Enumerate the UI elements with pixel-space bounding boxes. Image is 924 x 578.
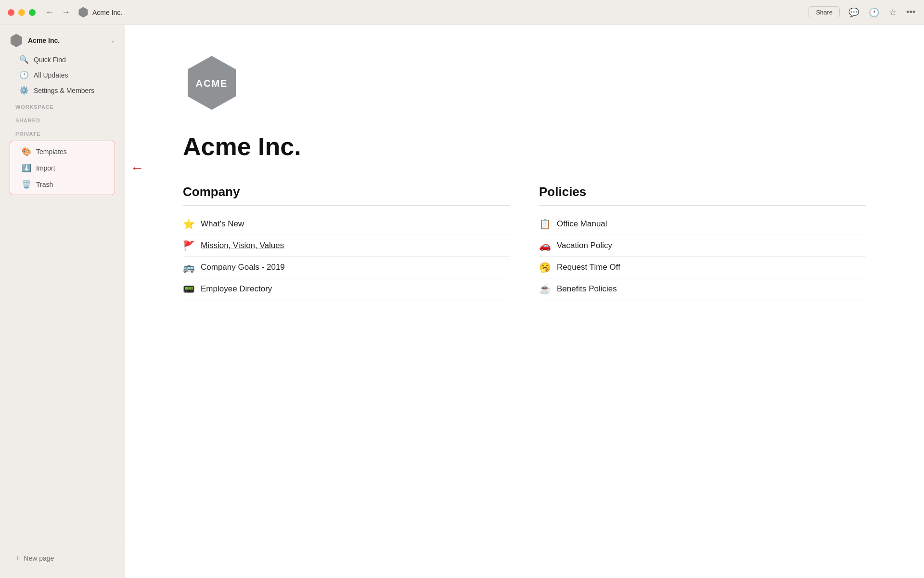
sidebar-bottom: + New page — [0, 544, 125, 572]
sidebar-item-label: Templates — [36, 148, 67, 156]
car-emoji: 🚗 — [539, 240, 551, 251]
sidebar-item-templates[interactable]: 🎨 Templates — [12, 144, 113, 159]
title-bar: ← → Acme Inc. Share 💬 🕐 ☆ ••• — [0, 0, 924, 25]
arrow-indicator: 🎨 Templates ⬇️ Import 🗑️ Trash ← — [6, 141, 119, 195]
acme-logo: ACME — [183, 54, 241, 112]
content-area: ACME Acme Inc. Company ⭐ What's New 🚩 Mi… — [125, 25, 924, 578]
sidebar-item-label: All Updates — [34, 71, 68, 79]
item-vacation-policy: Vacation Policy — [557, 241, 612, 250]
workspace-logo-icon — [10, 34, 23, 47]
sidebar-item-label: Quick Find — [34, 56, 66, 64]
forward-button[interactable]: → — [60, 6, 72, 18]
nav-buttons: ← → — [43, 6, 72, 18]
section-workspace: WORKSPACE — [6, 98, 119, 112]
search-icon: 🔍 — [19, 55, 29, 64]
title-bar-actions: Share 💬 🕐 ☆ ••• — [808, 6, 916, 19]
sidebar-item-settings[interactable]: ⚙️ Settings & Members — [10, 83, 115, 98]
main-layout: Acme Inc. ⌄ 🔍 Quick Find 🕐 All Updates ⚙… — [0, 25, 924, 578]
page-logo-container: ACME — [183, 54, 866, 114]
workspace-header[interactable]: Acme Inc. ⌄ — [6, 31, 119, 50]
traffic-lights — [8, 9, 36, 16]
trash-icon: 🗑️ — [22, 180, 31, 189]
list-item[interactable]: 🚗 Vacation Policy — [539, 235, 866, 257]
section-private: PRIVATE — [6, 125, 119, 139]
title-bar-title: Acme Inc. — [92, 9, 808, 16]
clock-icon: 🕐 — [19, 70, 29, 79]
red-arrow-indicator: ← — [130, 160, 144, 176]
workspace-icon — [78, 7, 89, 18]
item-request-time-off: Request Time Off — [557, 263, 620, 272]
sidebar-item-label: Settings & Members — [34, 87, 94, 94]
sidebar-item-all-updates[interactable]: 🕐 All Updates — [10, 67, 115, 82]
sidebar-item-import[interactable]: ⬇️ Import — [12, 160, 113, 176]
section-shared: SHARED — [6, 112, 119, 125]
chevron-down-icon: ⌄ — [110, 37, 115, 44]
content-columns: Company ⭐ What's New 🚩 Mission, Vision, … — [183, 184, 866, 300]
sidebar-item-label: Trash — [36, 181, 53, 188]
chat-icon[interactable]: 💬 — [847, 6, 860, 19]
clipboard-emoji: 📋 — [539, 218, 551, 230]
company-heading: Company — [183, 184, 510, 206]
minimize-button[interactable] — [18, 9, 25, 16]
list-item[interactable]: 🚩 Mission, Vision, Values — [183, 235, 510, 257]
item-benefits-policies: Benefits Policies — [557, 284, 617, 294]
back-button[interactable]: ← — [43, 6, 56, 18]
sidebar: Acme Inc. ⌄ 🔍 Quick Find 🕐 All Updates ⚙… — [0, 25, 125, 578]
templates-icon: 🎨 — [22, 147, 31, 156]
star-emoji: ⭐ — [183, 218, 195, 230]
maximize-button[interactable] — [29, 9, 36, 16]
plus-icon: + — [15, 554, 20, 563]
sidebar-item-trash[interactable]: 🗑️ Trash — [12, 176, 113, 192]
history-icon[interactable]: 🕐 — [868, 6, 880, 19]
svg-text:ACME: ACME — [196, 78, 228, 89]
phone-emoji: 📟 — [183, 283, 195, 295]
sidebar-item-label: Import — [36, 164, 55, 172]
workspace-name: Acme Inc. — [28, 37, 110, 44]
item-employee-directory: Employee Directory — [201, 284, 272, 294]
policies-heading: Policies — [539, 184, 866, 206]
more-options-icon[interactable]: ••• — [905, 6, 916, 18]
import-icon: ⬇️ — [22, 163, 31, 172]
list-item[interactable]: 📟 Employee Directory — [183, 278, 510, 300]
star-icon[interactable]: ☆ — [888, 6, 898, 19]
item-mission: Mission, Vision, Values — [201, 241, 284, 250]
list-item[interactable]: ☕ Benefits Policies — [539, 278, 866, 300]
flag-emoji: 🚩 — [183, 240, 195, 251]
sidebar-top: Acme Inc. ⌄ 🔍 Quick Find 🕐 All Updates ⚙… — [0, 31, 125, 197]
coffee-emoji: ☕ — [539, 283, 551, 295]
company-section: Company ⭐ What's New 🚩 Mission, Vision, … — [183, 184, 510, 300]
item-company-goals: Company Goals - 2019 — [201, 263, 285, 272]
sidebar-item-quick-find[interactable]: 🔍 Quick Find — [10, 52, 115, 67]
sleepy-emoji: 🥱 — [539, 262, 551, 273]
policies-section: Policies 📋 Office Manual 🚗 Vacation Poli… — [539, 184, 866, 300]
new-page-label: New page — [24, 554, 54, 562]
list-item[interactable]: ⭐ What's New — [183, 213, 510, 235]
gear-icon: ⚙️ — [19, 86, 29, 95]
bus-emoji: 🚌 — [183, 262, 195, 273]
item-office-manual: Office Manual — [557, 219, 607, 229]
item-whats-new: What's New — [201, 219, 244, 229]
highlighted-section: 🎨 Templates ⬇️ Import 🗑️ Trash — [10, 141, 115, 195]
list-item[interactable]: 🚌 Company Goals - 2019 — [183, 257, 510, 278]
close-button[interactable] — [8, 9, 14, 16]
list-item[interactable]: 🥱 Request Time Off — [539, 257, 866, 278]
new-page-button[interactable]: + New page — [6, 550, 119, 566]
page-title: Acme Inc. — [183, 133, 866, 160]
list-item[interactable]: 📋 Office Manual — [539, 213, 866, 235]
share-button[interactable]: Share — [808, 6, 840, 18]
